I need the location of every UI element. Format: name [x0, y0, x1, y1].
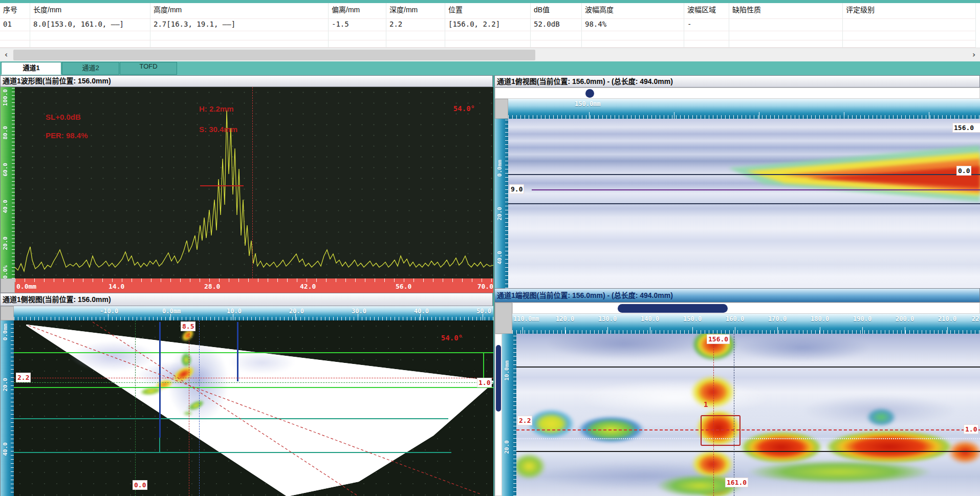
endview-v-tick: 20.0	[504, 440, 510, 454]
cell-position[interactable]: [156.0, 2.2]	[445, 19, 531, 31]
defect-blob	[690, 375, 735, 409]
scroll-right-icon[interactable]: ›	[968, 48, 980, 62]
ascan-y-tick: 0.0%	[2, 265, 9, 278]
sideview-x-tick: 40.0	[414, 308, 429, 315]
depth-label: 9.0	[509, 184, 524, 194]
topview-horizontal-ruler: 150.0mm	[508, 99, 980, 119]
cursor-dashed-white-h	[516, 438, 980, 439]
ascan-y-tick: 40.0	[2, 200, 9, 213]
defect-blob	[825, 430, 953, 463]
sideview-x-tick: 10.0	[227, 308, 242, 315]
topview-v-tick: 20.0	[496, 207, 503, 221]
channel-tab-bar: 通道1 通道2 TOFD	[0, 61, 980, 76]
cell-rating[interactable]	[843, 19, 976, 31]
table-row-empty[interactable]	[0, 31, 980, 40]
gate-left-label: 2.2	[517, 416, 532, 425]
speckle	[547, 334, 701, 359]
ascan-y-tick: 60.0	[2, 163, 9, 177]
cell-defect-nature[interactable]	[729, 19, 843, 31]
topview-vertical-ruler: 0.0mm 20.0 40.0	[495, 119, 508, 288]
table-row[interactable]: 01 8.0[153.0, 161.0, ——] 2.7[16.3, 19.1,…	[0, 19, 980, 31]
sideview-x-tick: 20.0	[289, 308, 304, 315]
readout-height: H: 2.2mm	[199, 104, 234, 113]
endview-panel: 通道1端视图(当前位置: 156.0mm) - (总长度: 494.0mm) 1…	[494, 288, 980, 496]
ascan-x-tick: 56.0	[396, 283, 411, 290]
table-horizontal-scrollbar[interactable]: ‹ ›	[0, 48, 980, 62]
endview-panel-title: 通道1端视图(当前位置: 156.0mm) - (总长度: 494.0mm)	[495, 289, 979, 303]
tab-channel1[interactable]: 通道1	[1, 62, 61, 75]
ascan-distance-ruler: 0.0mm 14.0 28.0 42.0 56.0 70.0	[15, 278, 493, 293]
scrollbar-thumb[interactable]	[496, 345, 501, 412]
gate-level-marker	[200, 185, 244, 186]
sideview-v-tick: 20.0	[2, 378, 9, 392]
table-header-row: 序号 长度/mm 高度/mm 偏离/mm 深度/mm 位置 dB值 波幅高度 波…	[0, 3, 980, 19]
tab-tofd[interactable]: TOFD	[120, 62, 177, 75]
tab-channel2[interactable]: 通道2	[62, 62, 119, 75]
col-header: 波幅区域	[684, 3, 729, 19]
cell-seq[interactable]: 01	[0, 19, 30, 31]
position-bottom-label: 161.0	[725, 478, 748, 487]
endview-x-tick: 190.0	[853, 315, 872, 322]
endview-x-tick: 210.0	[938, 315, 956, 322]
speckle	[736, 334, 869, 362]
topview-panel-title: 通道1俯视图(当前位置: 156.0mm) - (总长度: 494.0mm)	[495, 76, 979, 88]
sideview-panel-title: 通道1侧视图(当前位置: 156.0mm)	[1, 293, 492, 306]
ascan-x-tick: 70.0	[477, 283, 493, 290]
position-label-right: 156.0	[952, 123, 980, 133]
bottom-cursor-label: 0.0	[133, 480, 147, 490]
col-header: 长度/mm	[30, 3, 150, 19]
defect-blob	[528, 409, 575, 439]
gate-right-label: 1.0	[964, 424, 978, 434]
cell-db[interactable]: 52.0dB	[531, 19, 582, 31]
cell-amp-height[interactable]: 98.4%	[582, 19, 684, 31]
sideview-sector-image[interactable]: 8.5 2.2 1.0 0.0 54.0°	[14, 320, 493, 496]
endview-image[interactable]: 1 156.0 2.2 1.0 161.0	[516, 334, 980, 496]
col-header: 序号	[0, 3, 30, 19]
endview-x-tick: 180.0	[811, 315, 829, 322]
cell-height[interactable]: 2.7[16.3, 19.1, ——]	[150, 19, 329, 31]
scrollbar-thumb[interactable]	[13, 50, 535, 60]
defect-blob	[748, 460, 932, 484]
slider-handle[interactable]	[585, 89, 594, 98]
cell-depth[interactable]: 2.2	[386, 19, 445, 31]
col-header: 位置	[445, 3, 531, 19]
ruler-corner	[495, 303, 512, 334]
readout-angle: 54.0°	[453, 104, 475, 113]
cell-amp-zone[interactable]: -	[684, 19, 729, 31]
topview-v-tick: 0.0mm	[496, 160, 503, 177]
endview-x-tick: 170.0	[768, 315, 787, 322]
scroll-left-icon[interactable]: ‹	[0, 48, 12, 62]
defect-blob	[741, 432, 822, 463]
sideview-x-tick: -10.0	[100, 308, 118, 315]
defect-selection-box[interactable]	[701, 415, 741, 446]
ruler-corner	[495, 99, 508, 119]
endview-x-tick: 220.0	[972, 315, 980, 322]
endview-x-tick: 110.0mm	[513, 315, 539, 322]
beam-skip-lines	[14, 320, 493, 496]
endview-h-scrollbar[interactable]	[512, 303, 980, 314]
sideview-x-tick: 30.0	[352, 308, 366, 315]
endview-x-tick: 130.0	[598, 315, 617, 322]
ascan-amplitude-ruler: 100.0 80.0 60.0 40.0 20.0 0.0%	[1, 87, 15, 278]
endview-v-scrollbar[interactable]	[495, 334, 502, 496]
topview-panel: 通道1俯视图(当前位置: 156.0mm) - (总长度: 494.0mm) 1…	[494, 75, 980, 288]
ruler-corner	[1, 306, 14, 320]
depth-cursor-label: 8.5	[181, 321, 195, 331]
ascan-plot[interactable]: SL+0.0dB PER: 98.4% H: 2.2mm S: 30.4mm 5…	[15, 87, 493, 278]
col-header: dB值	[531, 3, 582, 19]
ascan-y-tick: 100.0	[2, 89, 9, 106]
topview-position-slider[interactable]	[495, 88, 980, 99]
endview-x-tick: 120.0	[556, 315, 574, 322]
endview-v-tick: 10.0mm	[504, 360, 510, 381]
readout-gain: SL+0.0dB	[46, 113, 81, 121]
topview-image[interactable]: 9.0 156.0 0.0	[508, 119, 980, 288]
table-row-empty[interactable]	[0, 40, 980, 48]
cell-offset[interactable]: -1.5	[329, 19, 386, 31]
endview-x-tick: 160.0	[726, 315, 744, 322]
sideview-x-tick: 0.0mm	[162, 308, 181, 315]
depth-line	[532, 189, 980, 190]
cell-length[interactable]: 8.0[153.0, 161.0, ——]	[30, 19, 150, 31]
scrollbar-thumb[interactable]	[618, 304, 728, 313]
col-header: 深度/mm	[386, 3, 445, 19]
defect-blob	[866, 408, 896, 426]
